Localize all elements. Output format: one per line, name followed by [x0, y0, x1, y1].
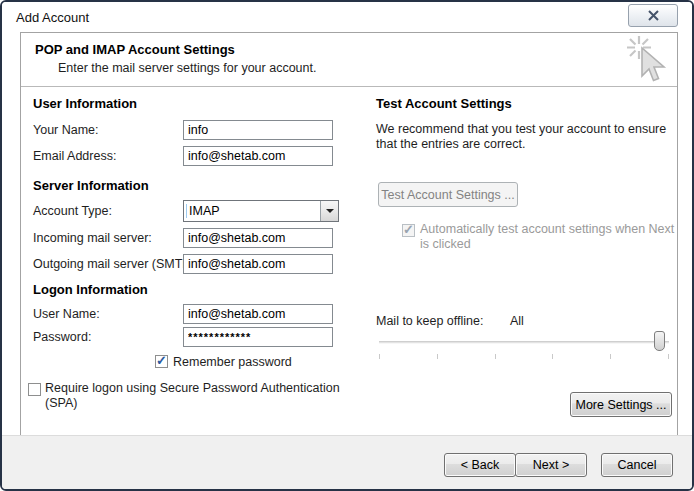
account-type-label: Account Type:	[33, 204, 112, 218]
mail-offline-label: Mail to keep offline:	[376, 314, 483, 328]
cancel-button[interactable]: Cancel	[601, 453, 673, 477]
title-bar: Add Account	[2, 2, 692, 32]
outgoing-server-input[interactable]	[183, 254, 333, 274]
auto-test-checkbox: ✓	[402, 224, 415, 237]
back-button[interactable]: < Back	[444, 453, 516, 477]
page-title: POP and IMAP Account Settings	[35, 42, 235, 57]
section-server-information: Server Information	[33, 178, 149, 193]
account-type-select[interactable]: IMAP	[183, 200, 339, 222]
auto-test-label: Automatically test account settings when…	[420, 222, 682, 252]
main-panel: POP and IMAP Account Settings Enter the …	[20, 32, 678, 437]
account-type-dropdown-button[interactable]	[320, 201, 338, 221]
password-label: Password:	[33, 330, 91, 344]
next-button[interactable]: Next >	[515, 453, 587, 477]
offline-slider-thumb[interactable]	[654, 331, 665, 351]
remember-password-checkbox[interactable]: ✓	[155, 355, 168, 368]
user-name-input[interactable]	[183, 304, 333, 324]
footer-bar: < Back Next > Cancel	[2, 435, 692, 489]
slider-ticks	[379, 354, 669, 359]
spa-label: Require logon using Secure Password Auth…	[45, 381, 357, 411]
more-settings-button[interactable]: More Settings ...	[570, 392, 672, 417]
test-description: We recommend that you test your account …	[376, 122, 688, 152]
page-subtitle: Enter the mail server settings for your …	[58, 61, 316, 75]
incoming-server-label: Incoming mail server:	[33, 231, 152, 245]
email-address-label: Email Address:	[33, 149, 116, 163]
your-name-input[interactable]	[183, 120, 333, 140]
email-address-input[interactable]	[183, 146, 333, 166]
section-user-information: User Information	[33, 96, 137, 111]
outgoing-server-label: Outgoing mail server (SMTP):	[33, 257, 198, 271]
mail-offline-value: All	[510, 314, 524, 328]
close-icon	[647, 10, 660, 21]
window-title: Add Account	[16, 10, 89, 25]
user-name-label: User Name:	[33, 307, 100, 321]
offline-slider-track[interactable]	[379, 341, 669, 344]
chevron-down-icon	[326, 209, 334, 213]
your-name-label: Your Name:	[33, 123, 99, 137]
incoming-server-input[interactable]	[183, 228, 333, 248]
section-logon-information: Logon Information	[33, 282, 148, 297]
password-input[interactable]	[183, 327, 333, 347]
check-icon: ✓	[156, 353, 167, 368]
spa-checkbox[interactable]	[28, 383, 41, 396]
add-account-dialog: Add Account POP and IMAP Account Setting…	[0, 0, 694, 491]
wizard-cursor-icon	[625, 35, 669, 93]
close-button[interactable]	[628, 4, 678, 27]
account-type-value: IMAP	[187, 204, 320, 218]
test-account-settings-button: Test Account Settings ...	[378, 182, 518, 207]
section-test-account-settings: Test Account Settings	[376, 96, 512, 111]
panel-header: POP and IMAP Account Settings Enter the …	[21, 33, 677, 87]
remember-password-label: Remember password	[173, 355, 292, 369]
check-icon: ✓	[403, 222, 414, 237]
